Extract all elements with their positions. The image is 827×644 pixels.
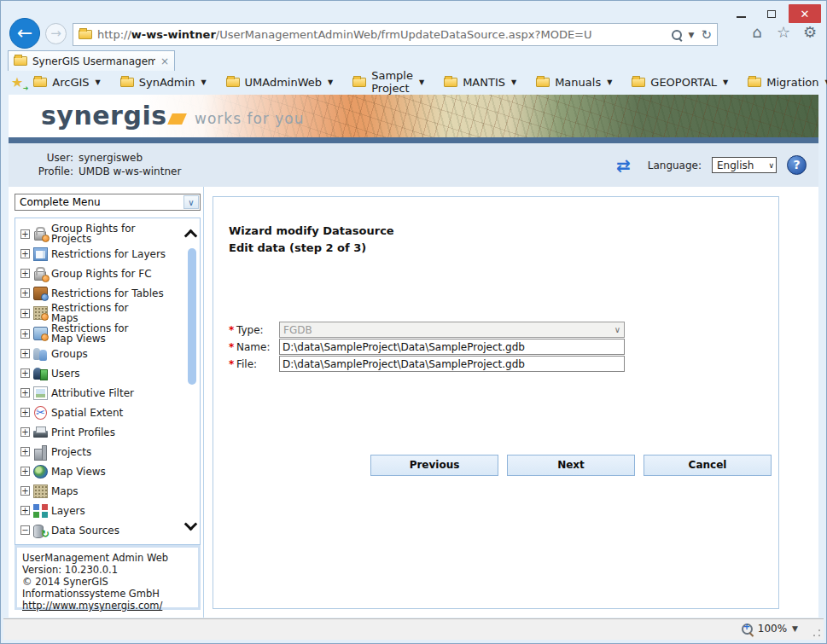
expand-icon[interactable]: + <box>20 486 30 496</box>
folder-icon <box>226 78 240 87</box>
tab-synergis-usermanagement[interactable]: SynerGIS Usermanagement ... × <box>8 50 175 71</box>
synergis-logo: synergis <box>41 101 184 131</box>
favorite-sample-project[interactable]: Sample Project▼ <box>352 69 424 95</box>
cancel-button[interactable]: Cancel <box>644 455 772 476</box>
app-company: Informationssysteme GmbH <box>22 588 193 600</box>
folder-icon <box>120 78 134 87</box>
help-icon[interactable]: ? <box>787 155 807 175</box>
tree-scrollbar-thumb[interactable] <box>188 248 196 385</box>
sidebar-item-group-rights-for-projects[interactable]: +Group Rights for Projects <box>20 223 178 244</box>
user-label: User: <box>31 152 73 164</box>
name-label: Name: <box>236 341 272 353</box>
sidebar-item-users[interactable]: +Users <box>20 363 178 383</box>
back-button[interactable]: ← <box>9 18 40 49</box>
next-button[interactable]: Next <box>507 455 635 476</box>
expand-icon[interactable]: + <box>20 249 30 258</box>
forward-button[interactable]: → <box>45 23 67 44</box>
synergis-link[interactable]: http://www.mysynergis.com/ <box>22 600 162 612</box>
expand-icon[interactable]: + <box>20 408 30 417</box>
browser-window: ✕ ← → http://w-ws-wintner/UserManagement… <box>0 0 827 644</box>
previous-button[interactable]: Previous <box>370 455 498 476</box>
sidebar-item-restrictions-for-layers[interactable]: +Restrictions for Layers <box>20 244 178 264</box>
wizard-panel: Wizard modify Datasource Edit data (step… <box>213 196 779 609</box>
home-icon[interactable]: ⌂ <box>748 23 766 41</box>
refresh-icon[interactable]: ↻ <box>701 27 712 43</box>
scissors-icon <box>33 406 48 420</box>
map-tile-icon <box>33 484 48 498</box>
type-select[interactable]: FGDB∨ <box>279 322 625 338</box>
folder-icon <box>536 78 550 87</box>
sidebar-item-restrictions-for-maps[interactable]: +Restrictions forMaps <box>20 303 178 323</box>
sidebar-item-projects[interactable]: +Projects <box>20 442 178 461</box>
search-dropdown-icon[interactable]: ▼ <box>689 31 695 39</box>
expand-icon[interactable]: + <box>20 427 30 437</box>
refresh-language-icon[interactable]: ⇄ <box>616 155 631 176</box>
favorite-manuals[interactable]: Manuals▼ <box>536 76 612 89</box>
expand-icon[interactable]: + <box>20 467 30 476</box>
sidebar-item-group-rights-for-fc[interactable]: +Group Rights for FC <box>20 264 178 283</box>
page-body: Complete Menu ∨ +Group Rights for Projec… <box>9 187 818 618</box>
favorite-mantis[interactable]: MANTIS▼ <box>444 76 516 89</box>
url-text[interactable]: http://w-ws-wintner/UserManagementAdminW… <box>97 28 672 41</box>
screen-person-icon <box>33 327 48 340</box>
favorite-arcgis[interactable]: ArcGIS▼ <box>33 76 100 89</box>
expand-icon[interactable]: + <box>20 388 30 397</box>
banner-divider <box>9 137 818 143</box>
favorite-synadmin[interactable]: SynAdmin▼ <box>120 76 207 89</box>
expand-icon[interactable]: + <box>20 447 30 456</box>
language-select[interactable]: English∨ <box>712 157 777 173</box>
resize-grip[interactable] <box>812 629 821 637</box>
profile-value: UMDB w-ws-wintner <box>79 165 181 177</box>
chevron-down-icon: ∨ <box>183 195 199 209</box>
sidebar-item-layers[interactable]: +Layers <box>20 501 178 520</box>
add-favorite-icon[interactable]: ★ <box>11 74 23 90</box>
form-row-type: * Type: FGDB∨ <box>229 322 765 338</box>
folder-icon <box>444 78 457 87</box>
folder-icon <box>748 78 761 87</box>
expand-icon[interactable]: + <box>20 329 30 339</box>
expand-icon[interactable]: + <box>20 229 30 239</box>
favorites-star-icon[interactable]: ☆ <box>774 23 793 41</box>
tab-close-icon[interactable]: × <box>160 55 169 67</box>
sidebar-item-spatial-extent[interactable]: +Spatial Extent <box>20 403 178 422</box>
wizard-form: * Type: FGDB∨ * Name: * File: <box>229 322 765 373</box>
settings-gear-icon[interactable]: ⚙ <box>801 23 819 41</box>
chevron-down-icon: ▼ <box>201 78 206 86</box>
sidebar-item-map-views[interactable]: +Map Views <box>20 461 178 481</box>
favorite-umadminweb[interactable]: UMAdminWeb▼ <box>226 76 334 89</box>
favorite-geoportal[interactable]: GEOPORTAL▼ <box>632 76 728 89</box>
sidebar-item-attributive-filter[interactable]: +Attributive Filter <box>20 383 178 403</box>
sidebar-item-print-profiles[interactable]: +Print Profiles <box>20 422 178 442</box>
search-icon[interactable] <box>672 30 682 40</box>
sidebar-item-data-sources[interactable]: −Data Sources <box>20 520 178 540</box>
expand-icon[interactable]: + <box>20 309 30 318</box>
type-label: Type: <box>236 324 272 336</box>
app-version: Version: 10.230.0.1 <box>22 564 193 576</box>
file-input[interactable] <box>279 356 625 372</box>
sidebar-item-restrictions-for-map-views[interactable]: +Restrictions forMap Views <box>20 323 178 344</box>
required-asterisk: * <box>229 324 236 336</box>
address-bar[interactable]: http://w-ws-wintner/UserManagementAdminW… <box>73 23 718 46</box>
expand-icon[interactable]: + <box>20 368 30 378</box>
name-input[interactable] <box>279 339 625 355</box>
expand-icon[interactable]: + <box>20 349 30 358</box>
logo-parallelogram-icon <box>167 113 187 125</box>
wizard-buttons: Previous Next Cancel <box>370 455 772 476</box>
app-copyright: © 2014 SynerGIS <box>22 576 193 588</box>
wizard-step: Edit data (step 2 of 3) <box>229 240 394 257</box>
zoom-control[interactable]: 100% ▼ <box>742 623 798 635</box>
collapse-icon[interactable]: − <box>20 525 30 535</box>
favorite-migration[interactable]: Migration▼ <box>748 76 827 89</box>
folder-icon <box>33 78 47 87</box>
globe-icon <box>33 465 48 479</box>
chevron-down-icon: ▼ <box>607 78 612 86</box>
expand-icon[interactable]: + <box>20 269 30 278</box>
zoom-dropdown-icon[interactable]: ▼ <box>792 624 798 633</box>
sidebar-item-maps[interactable]: +Maps <box>20 481 178 501</box>
sidebar-item-restrictions-for-tables[interactable]: +Restrictions for Tables <box>20 283 178 303</box>
expand-icon[interactable]: + <box>20 506 30 515</box>
expand-icon[interactable]: + <box>20 288 30 298</box>
menu-mode-select[interactable]: Complete Menu ∨ <box>15 194 201 211</box>
printer-icon <box>33 426 48 439</box>
sidebar-item-groups[interactable]: +Groups <box>20 344 178 363</box>
